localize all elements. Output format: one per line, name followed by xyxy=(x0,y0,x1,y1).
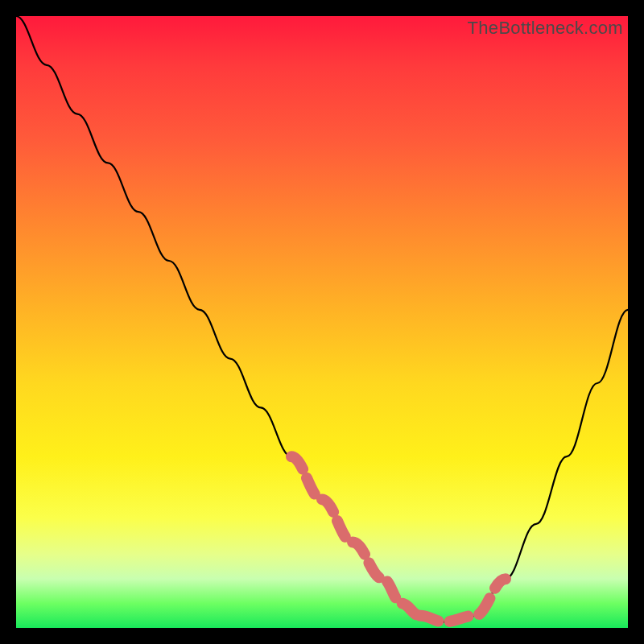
chart-plot-area: TheBottleneck.com xyxy=(16,16,628,628)
highlight-left-dots xyxy=(291,456,420,616)
curve-line xyxy=(16,16,628,621)
bottleneck-curve xyxy=(16,16,628,628)
highlight-bottom-dots xyxy=(420,579,506,621)
chart-stage: TheBottleneck.com xyxy=(0,0,644,644)
